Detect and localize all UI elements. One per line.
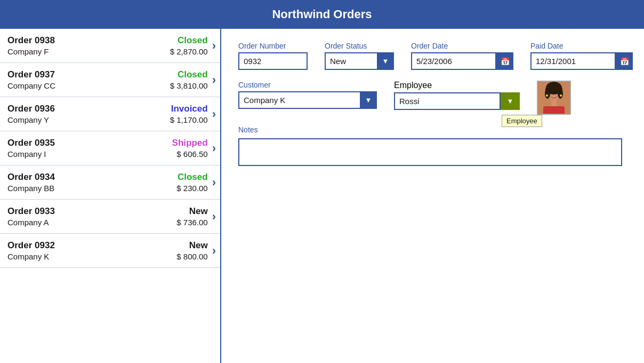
order-chevron-right-icon: › <box>212 176 216 190</box>
svg-rect-8 <box>543 106 565 114</box>
order-company-text: Company A <box>7 218 49 227</box>
list-item[interactable]: Order 0932 New Company K $ 800.00 › <box>0 234 220 268</box>
notes-textarea[interactable] <box>238 138 622 166</box>
employee-avatar-svg <box>538 82 570 114</box>
order-item-bottom: Company BB $ 230.00 <box>7 184 208 193</box>
order-company-text: Company CC <box>7 81 55 90</box>
order-item-bottom: Company I $ 606.50 <box>7 149 208 159</box>
notes-field: Notes <box>238 125 633 166</box>
order-item-info: Order 0937 Closed Company CC $ 3,810.00 <box>7 69 208 90</box>
notes-label: Notes <box>238 125 633 134</box>
app-title: Northwind Orders <box>272 7 372 21</box>
order-number-text: Order 0936 <box>7 104 55 114</box>
order-status-text: Shipped <box>172 138 208 148</box>
employee-input-wrap: Employee <box>394 92 520 110</box>
order-amount-text: $ 606.50 <box>176 149 207 159</box>
order-company-text: Company K <box>7 252 49 261</box>
customer-select-wrapper: Company ACompany BCompany BBCompany CCCo… <box>238 91 377 109</box>
order-amount-text: $ 3,810.00 <box>170 81 208 90</box>
order-item-bottom: Company A $ 736.00 <box>7 218 208 227</box>
order-amount-text: $ 1,170.00 <box>170 115 208 124</box>
svg-point-4 <box>545 88 550 99</box>
order-date-wrapper: 📅 <box>411 52 513 70</box>
app-header: Northwind Orders <box>0 0 644 29</box>
paid-date-field: Paid Date 📅 <box>530 42 633 70</box>
order-status-select-wrapper: NewInvoicedShippedClosed <box>325 52 394 70</box>
order-item-top: Order 0936 Invoiced <box>7 104 208 114</box>
employee-photo <box>537 81 571 115</box>
order-item-top: Order 0937 Closed <box>7 69 208 80</box>
order-company-text: Company I <box>7 149 46 159</box>
order-item-top: Order 0933 New <box>7 206 208 217</box>
list-item[interactable]: Order 0935 Shipped Company I $ 606.50 › <box>0 131 220 165</box>
order-date-input[interactable] <box>411 52 496 70</box>
order-item-bottom: Company CC $ 3,810.00 <box>7 81 208 90</box>
main-layout: Order 0938 Closed Company F $ 2,870.00 ›… <box>0 29 644 363</box>
paid-date-label: Paid Date <box>530 42 633 50</box>
svg-point-6 <box>550 92 552 94</box>
order-chevron-right-icon: › <box>212 244 216 258</box>
order-date-label: Order Date <box>411 42 513 50</box>
order-item-info: Order 0933 New Company A $ 736.00 <box>7 206 208 227</box>
form-row-2: Customer Company ACompany BCompany BBCom… <box>238 81 633 115</box>
order-item-top: Order 0934 Closed <box>7 172 208 183</box>
svg-point-10 <box>546 94 548 97</box>
order-amount-text: $ 800.00 <box>176 252 207 261</box>
list-item[interactable]: Order 0937 Closed Company CC $ 3,810.00 … <box>0 63 220 97</box>
order-status-text: New <box>189 206 208 217</box>
order-chevron-right-icon: › <box>212 39 216 53</box>
customer-field: Customer Company ACompany BCompany BBCom… <box>238 81 377 109</box>
order-amount-text: $ 736.00 <box>176 218 207 227</box>
order-number-text: Order 0938 <box>7 35 55 46</box>
employee-dropdown-button[interactable]: Employee <box>501 92 520 110</box>
order-item-bottom: Company Y $ 1,170.00 <box>7 115 208 124</box>
employee-field: Employee Employee <box>394 81 520 110</box>
order-company-text: Company BB <box>7 184 54 193</box>
order-item-info: Order 0935 Shipped Company I $ 606.50 <box>7 138 208 159</box>
customer-select[interactable]: Company ACompany BCompany BBCompany CCCo… <box>238 91 377 109</box>
list-item[interactable]: Order 0938 Closed Company F $ 2,870.00 › <box>0 29 220 63</box>
order-list: Order 0938 Closed Company F $ 2,870.00 ›… <box>0 29 221 363</box>
list-item[interactable]: Order 0934 Closed Company BB $ 230.00 › <box>0 165 220 200</box>
order-status-select[interactable]: NewInvoicedShippedClosed <box>325 52 394 70</box>
svg-point-5 <box>558 88 563 99</box>
employee-input[interactable] <box>394 92 501 110</box>
order-amount-text: $ 230.00 <box>176 184 207 193</box>
order-item-info: Order 0938 Closed Company F $ 2,870.00 <box>7 35 208 56</box>
order-item-top: Order 0935 Shipped <box>7 138 208 148</box>
order-item-bottom: Company K $ 800.00 <box>7 252 208 261</box>
svg-point-11 <box>560 94 562 97</box>
list-item[interactable]: Order 0936 Invoiced Company Y $ 1,170.00… <box>0 97 220 131</box>
order-chevron-right-icon: › <box>212 210 216 224</box>
order-item-top: Order 0932 New <box>7 240 208 251</box>
order-status-label: Order Status <box>325 42 394 50</box>
order-date-field: Order Date 📅 <box>411 42 513 70</box>
list-item[interactable]: Order 0933 New Company A $ 736.00 › <box>0 200 220 234</box>
svg-point-7 <box>556 92 559 94</box>
order-chevron-right-icon: › <box>212 141 216 155</box>
order-item-top: Order 0938 Closed <box>7 35 208 46</box>
order-number-label: Order Number <box>238 42 308 50</box>
paid-date-calendar-button[interactable]: 📅 <box>616 52 633 70</box>
order-number-text: Order 0934 <box>7 172 55 183</box>
form-row-1: Order Number Order Status NewInvoicedShi… <box>238 42 633 70</box>
order-chevron-right-icon: › <box>212 107 216 121</box>
order-date-calendar-button[interactable]: 📅 <box>496 52 513 70</box>
order-item-bottom: Company F $ 2,870.00 <box>7 47 208 56</box>
order-number-text: Order 0933 <box>7 206 55 217</box>
order-number-input[interactable] <box>238 52 308 70</box>
order-number-text: Order 0932 <box>7 240 55 251</box>
customer-label: Customer <box>238 81 377 89</box>
order-item-info: Order 0934 Closed Company BB $ 230.00 <box>7 172 208 193</box>
order-status-text: Closed <box>178 69 208 80</box>
order-chevron-right-icon: › <box>212 73 216 87</box>
order-amount-text: $ 2,870.00 <box>170 47 208 56</box>
paid-date-input[interactable] <box>530 52 616 70</box>
order-status-field: Order Status NewInvoicedShippedClosed <box>325 42 394 70</box>
svg-rect-9 <box>551 100 557 106</box>
order-item-info: Order 0932 New Company K $ 800.00 <box>7 240 208 261</box>
paid-date-wrapper: 📅 <box>530 52 633 70</box>
order-status-text: Invoiced <box>171 104 208 114</box>
order-number-text: Order 0937 <box>7 69 55 80</box>
order-status-text: New <box>189 240 208 251</box>
